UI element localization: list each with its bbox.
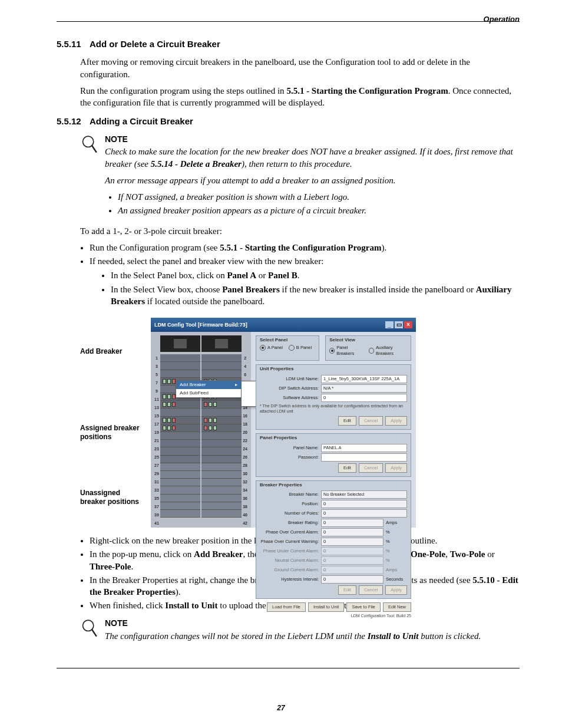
breaker-slot[interactable] (160, 456, 200, 463)
title-bar[interactable]: LDM Config Tool [Firmware Build:73] _ ▭ … (151, 318, 416, 332)
body-text: After moving or removing circuit breaker… (80, 56, 520, 80)
breaker-slot[interactable] (160, 463, 200, 471)
breaker-slot[interactable] (160, 409, 200, 416)
panel-name-field[interactable]: PANEL A (321, 444, 407, 452)
breaker-slot[interactable] (160, 447, 200, 455)
radio-aux-breakers[interactable]: Auxiliary Breakers (369, 345, 407, 357)
radio-panel-breakers[interactable]: Panel Breakers (329, 345, 363, 357)
breaker-slot[interactable] (160, 471, 200, 479)
panel-top-slot[interactable] (201, 335, 242, 352)
breaker-slot[interactable] (160, 424, 200, 432)
edit-button[interactable]: Edit (338, 463, 356, 473)
breaker-slot[interactable] (201, 432, 242, 440)
figure-annotation: Add Breaker (80, 347, 145, 355)
field-label: Hysteresis Interval: (260, 577, 319, 582)
breaker-slot[interactable] (201, 362, 242, 370)
bottom-rule (57, 668, 520, 668)
breaker-slot[interactable] (201, 354, 242, 362)
password-field[interactable] (321, 453, 407, 462)
window-min-button[interactable]: _ (385, 321, 394, 328)
note-body: The configuration changes will not be st… (105, 630, 520, 642)
field-label: Breaker Rating: (260, 520, 319, 526)
radio-panel-a[interactable]: A Panel (260, 345, 283, 351)
note-heading: NOTE (105, 134, 520, 145)
group-title: Select View (329, 337, 407, 344)
field-label: Ground Current Alarm: (260, 567, 319, 573)
save-to-file-button[interactable]: Save to File (346, 602, 381, 612)
cancel-button[interactable]: Cancel (359, 463, 383, 473)
breaker-slot[interactable] (201, 463, 242, 471)
edit-button[interactable]: Edit (338, 585, 356, 595)
puca-field: 0 (321, 547, 384, 555)
breaker-slot[interactable] (160, 479, 200, 486)
apply-button[interactable]: Apply (385, 416, 407, 426)
poca-field: 0 (321, 528, 384, 536)
page-section-label: Operation (484, 14, 520, 25)
breaker-slot[interactable] (201, 409, 242, 416)
panelboard-pane[interactable]: 1357911131517192123252729313335373941 24… (151, 332, 251, 528)
context-menu[interactable]: Add Breaker ▸ One-Pole Two-Pole Three-Po… (176, 380, 242, 398)
breaker-slot[interactable] (160, 486, 200, 494)
apply-button[interactable]: Apply (385, 585, 407, 595)
note-heading: NOTE (105, 618, 520, 629)
panel-top-slot[interactable] (160, 335, 200, 352)
unit-label: Amps (386, 567, 407, 573)
edit-button[interactable]: Edit (338, 416, 356, 426)
svg-line-1 (92, 145, 97, 152)
breaker-slot[interactable] (160, 354, 200, 362)
breaker-slot[interactable] (160, 502, 200, 510)
apply-button[interactable]: Apply (385, 463, 407, 473)
window-title: LDM Config Tool [Firmware Build:73] (154, 321, 247, 328)
note-bullet: If NOT assigned, a breaker position is s… (118, 191, 520, 203)
window-max-button[interactable]: ▭ (395, 321, 403, 328)
window-close-button[interactable]: × (404, 321, 412, 328)
breaker-slot[interactable] (201, 424, 242, 432)
breaker-slot[interactable] (201, 456, 242, 463)
radio-panel-b[interactable]: B Panel (289, 345, 312, 351)
breaker-slot[interactable] (160, 440, 200, 447)
ctx-add-breaker[interactable]: Add Breaker ▸ One-Pole Two-Pole Three-Po… (176, 381, 241, 389)
breaker-slot[interactable] (201, 510, 242, 518)
breaker-slot[interactable] (160, 432, 200, 440)
ctx-add-subfeed[interactable]: Add SubFeed (176, 389, 241, 397)
breaker-slot[interactable] (201, 417, 242, 424)
list-item: In the Select View box, choose Panel Bre… (111, 284, 520, 308)
figure-annotation: Unassigned breaker positions (80, 489, 145, 506)
cancel-button[interactable]: Cancel (359, 585, 383, 595)
note-block: NOTE The configuration changes will not … (80, 618, 520, 647)
breaker-slot[interactable] (201, 471, 242, 479)
breaker-slot[interactable] (201, 502, 242, 510)
note-body: An error message appears if you attempt … (105, 174, 520, 186)
svg-line-3 (92, 629, 97, 637)
breaker-slot[interactable] (160, 362, 200, 370)
gca-field: 0 (321, 566, 384, 574)
screenshot-window: LDM Config Tool [Firmware Build:73] _ ▭ … (151, 318, 416, 524)
breaker-slot[interactable] (160, 417, 200, 424)
load-from-file-button[interactable]: Load from File (267, 602, 306, 612)
nca-field: 0 (321, 556, 384, 565)
unit-name-field[interactable]: 1_Line_5by5_300KVA_13SF 225A_1A (321, 375, 407, 383)
field-label: Phase Under Current Alarm: (260, 548, 319, 554)
breaker-slot[interactable] (160, 495, 200, 502)
breaker-slot[interactable] (201, 495, 242, 502)
cancel-button[interactable]: Cancel (359, 416, 383, 426)
list-item: Run the Configuration program (see 5.5.1… (90, 242, 520, 253)
breaker-slot[interactable] (201, 479, 242, 486)
breaker-slot[interactable] (201, 486, 242, 494)
field-label: Software Address: (260, 395, 319, 401)
breaker-slot[interactable] (201, 370, 242, 378)
breaker-slot[interactable] (160, 401, 200, 409)
breaker-slot[interactable] (160, 510, 200, 518)
breaker-slot[interactable] (160, 370, 200, 378)
edit-new-button[interactable]: Edit New (383, 602, 411, 612)
install-to-unit-button[interactable]: Install to Unit (308, 602, 344, 612)
page-number: 27 (0, 703, 562, 713)
breaker-slot[interactable] (201, 401, 242, 409)
section-title: Adding a Circuit Breaker (90, 116, 193, 127)
breaker-slot[interactable] (201, 440, 242, 447)
field-label: Phase Over Current Alarm: (260, 529, 319, 535)
field-label: Panel Name: (260, 445, 319, 451)
breaker-slot[interactable] (201, 447, 242, 455)
section-number: 5.5.12 (57, 116, 90, 127)
software-address-field[interactable]: 0 (321, 394, 407, 402)
